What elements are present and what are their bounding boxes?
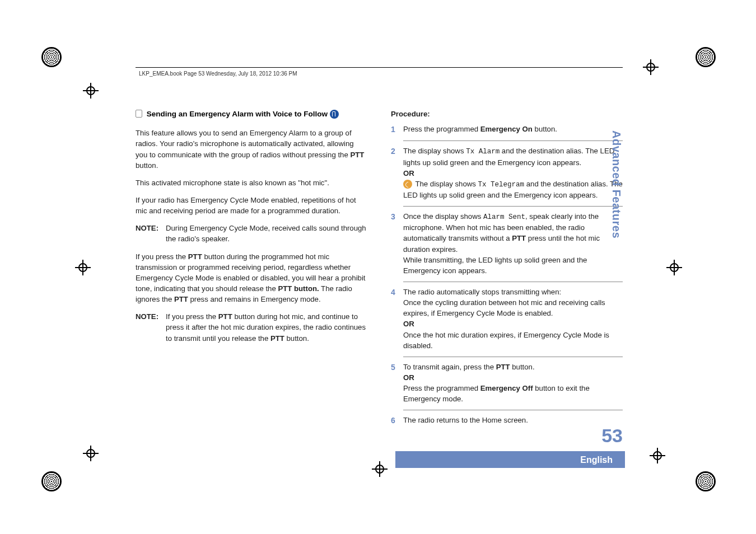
- para-4: If you press the PTT button during the p…: [136, 251, 367, 305]
- step-5: 5 To transmit again, press the PTT butto…: [391, 362, 623, 407]
- left-column: Sending an Emergency Alarm with Voice to…: [136, 109, 367, 432]
- intro-para-3: If your radio has Emergency Cycle Mode e…: [136, 195, 367, 216]
- s5b: button.: [510, 363, 535, 371]
- s5-emoff: Emergency Off: [480, 384, 533, 392]
- p4-ptt2: PTT: [278, 284, 292, 293]
- signal-icon: [403, 180, 412, 189]
- reg-mark-top: [643, 59, 659, 75]
- language-label: English: [580, 455, 613, 465]
- p4-ptt3: PTT: [174, 295, 188, 303]
- page-icon: [136, 110, 142, 118]
- note-2-label: NOTE:: [136, 311, 166, 343]
- step-3-num: 3: [391, 211, 403, 276]
- s3a: Once the display shows: [403, 212, 483, 221]
- sep-1: [403, 140, 623, 141]
- header-rule: [136, 67, 623, 68]
- s1-emon: Emergency On: [480, 125, 533, 133]
- p4a: If you press the: [136, 252, 188, 261]
- reg-mark-left-1: [83, 83, 99, 99]
- step-2: 2 The display shows Tx Alarm and the des…: [391, 146, 623, 203]
- note-2: NOTE: If you press the PTT button during…: [136, 311, 367, 343]
- reg-mark-right: [666, 260, 682, 275]
- section-title: Sending an Emergency Alarm with Voice to…: [147, 110, 328, 118]
- s4c: Once the hot mic duration expires, if Em…: [403, 331, 609, 350]
- procedure-title: Procedure:: [391, 109, 623, 119]
- step-6: 6 The radio returns to the Home screen.: [391, 415, 623, 428]
- ptt-bold: PTT: [350, 151, 364, 159]
- intro-text-1: This feature allows you to send an Emerg…: [136, 129, 354, 158]
- sep-4: [403, 357, 623, 357]
- s5-ptt: PTT: [496, 363, 510, 371]
- n2-ptt1: PTT: [218, 312, 232, 321]
- step-1-body: Press the programmed Emergency On button…: [403, 124, 623, 135]
- page-number: 53: [601, 425, 623, 447]
- reg-mark-left-3: [83, 446, 99, 461]
- step-4-body: The radio automatically stops transmitti…: [403, 287, 623, 351]
- print-corner-tl: [41, 47, 62, 67]
- step-5-num: 5: [391, 362, 403, 405]
- note-2-body: If you press the PTT button during hot m…: [166, 311, 367, 343]
- s3-alarm: Alarm Sent: [483, 213, 525, 221]
- s1b: button.: [533, 125, 557, 133]
- step-1: 1 Press the programmed Emergency On butt…: [391, 124, 623, 137]
- step-3-body: Once the display shows Alarm Sent, speak…: [403, 211, 623, 276]
- step-3: 3 Once the display shows Alarm Sent, spe…: [391, 211, 623, 278]
- step-6-body: The radio returns to the Home screen.: [403, 415, 623, 426]
- s3d: While transmitting, the LED lights up so…: [403, 256, 587, 275]
- side-tab: Advanced Features: [606, 123, 623, 246]
- n2c: button.: [284, 334, 309, 343]
- s3-ptt: PTT: [512, 234, 526, 242]
- s4-or: OR: [403, 320, 414, 328]
- step-2-body: The display shows Tx Alarm and the desti…: [403, 146, 623, 200]
- intro-para-1: This feature allows you to send an Emerg…: [136, 128, 367, 171]
- running-header: LKP_EMEA.book Page 53 Wednesday, July 18…: [139, 71, 297, 77]
- follow-icon: [330, 110, 339, 119]
- sep-2: [403, 206, 623, 207]
- n2-ptt2: PTT: [270, 334, 284, 343]
- step-4-num: 4: [391, 287, 403, 351]
- right-column: Procedure: 1 Press the programmed Emerge…: [391, 109, 623, 432]
- s5a: To transmit again, press the: [403, 363, 496, 371]
- reg-mark-right-2: [650, 448, 665, 463]
- step-1-num: 1: [391, 124, 403, 135]
- p4-ptt1: PTT: [188, 252, 202, 261]
- s2-txtel: Tx Telegram: [478, 181, 525, 189]
- step-4: 4 The radio automatically stops transmit…: [391, 287, 623, 353]
- print-corner-tr: [696, 47, 716, 67]
- note-1-label: NOTE:: [136, 223, 166, 244]
- print-corner-bl: [41, 471, 62, 491]
- p4c: button.: [292, 284, 319, 293]
- reg-mark-left-2: [75, 260, 91, 275]
- s4b: Once the cycling duration between hot mi…: [403, 298, 605, 317]
- page-body: LKP_EMEA.book Page 53 Wednesday, July 18…: [136, 67, 623, 465]
- s4a: The radio automatically stops transmitti…: [403, 288, 561, 296]
- n2a: If you press the: [166, 312, 218, 321]
- intro-para-2: This activated microphone state is also …: [136, 177, 367, 188]
- s2c: The display shows: [413, 180, 478, 188]
- s1a: Press the programmed: [403, 125, 480, 133]
- section-heading: Sending an Emergency Alarm with Voice to…: [136, 109, 367, 120]
- s5-or: OR: [403, 373, 414, 382]
- sep-3: [403, 282, 623, 282]
- note-1-body: During Emergency Cycle Mode, received ca…: [166, 223, 367, 244]
- s2-or: OR: [403, 169, 414, 177]
- s5c: Press the programmed: [403, 384, 480, 392]
- print-corner-br: [696, 471, 716, 491]
- step-2-num: 2: [391, 146, 403, 200]
- note-1: NOTE: During Emergency Cycle Mode, recei…: [136, 223, 367, 244]
- sep-5: [403, 410, 623, 410]
- step-5-body: To transmit again, press the PTT button.…: [403, 362, 623, 405]
- intro-tail-1: button.: [136, 161, 158, 170]
- s2-txalarm: Tx Alarm: [466, 148, 500, 156]
- p4e: press and remains in Emergency mode.: [188, 295, 321, 303]
- step-6-num: 6: [391, 415, 403, 426]
- s2a: The display shows: [403, 147, 466, 155]
